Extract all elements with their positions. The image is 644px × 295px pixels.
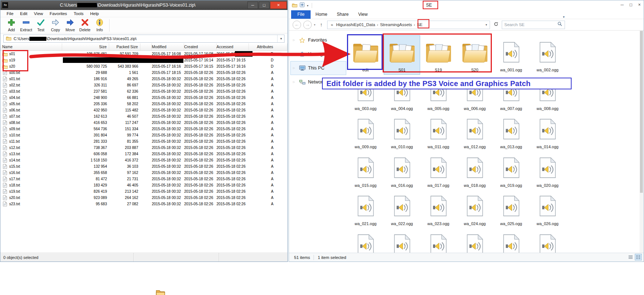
file-tile[interactable]: wa_006.ogg bbox=[457, 74, 493, 113]
forward-button[interactable]: → bbox=[303, 21, 312, 29]
zip-row-file[interactable]: s15.txt132 95436 1032015-05-18 00:322015… bbox=[0, 163, 287, 170]
file-tile[interactable]: wa_017.ogg bbox=[421, 151, 456, 190]
column-header-attributes[interactable]: Attributes bbox=[249, 43, 287, 50]
file-tile[interactable]: wa_016.ogg bbox=[384, 151, 420, 190]
up-button[interactable]: ↑ bbox=[318, 22, 325, 28]
folder-tile-s20[interactable]: S20 bbox=[457, 36, 493, 74]
zip-row-folder[interactable]: s20580 093 725543 383 9662015-05-17 16:1… bbox=[0, 63, 287, 70]
explorer-close-button[interactable]: × bbox=[638, 2, 641, 7]
zip-minimize-button[interactable]: ─ bbox=[247, 1, 258, 9]
file-tile[interactable]: wa_021.ogg bbox=[348, 189, 383, 228]
zip-row-file[interactable]: s03.txt237 58162 3362015-05-18 00:322015… bbox=[0, 88, 287, 95]
file-tile[interactable]: wa_004.ogg bbox=[384, 74, 420, 113]
column-header-modified[interactable]: Modified bbox=[152, 43, 184, 50]
sidebar-item-this-pc[interactable]: ▷This PC bbox=[290, 61, 346, 75]
file-tile[interactable]: wa_019.ogg bbox=[493, 151, 529, 190]
file-tile-partial[interactable] bbox=[493, 228, 529, 253]
quick-access-icon[interactable] bbox=[300, 2, 305, 9]
zip-toolbar-info-button[interactable]: Info bbox=[92, 18, 107, 33]
file-tile-partial[interactable] bbox=[457, 228, 493, 253]
ribbon-collapse-icon[interactable]: ▾ bbox=[563, 15, 565, 19]
zip-row-folder[interactable]: s01105 376 48197 591 7092015-05-17 16:08… bbox=[0, 51, 287, 57]
zip-row-file[interactable]: s07.txt162 61346 5072015-05-18 00:322015… bbox=[0, 113, 287, 120]
column-header-packed-size[interactable]: Packed Size bbox=[109, 43, 140, 50]
sidebar-item-homegroup[interactable]: ▷Homegroup bbox=[290, 47, 346, 61]
file-tile[interactable]: wa_002.ogg bbox=[530, 36, 565, 74]
sidebar-item-favorites[interactable]: ▷Favorites bbox=[290, 33, 346, 47]
search-input[interactable] bbox=[504, 22, 557, 27]
zip-row-file[interactable]: s20.txt923 089264 1622015-05-18 00:32201… bbox=[0, 195, 287, 201]
folder-tile-edit[interactable]: edit bbox=[348, 36, 383, 74]
file-tile-partial[interactable] bbox=[421, 228, 456, 253]
file-tile-partial[interactable] bbox=[348, 228, 383, 253]
file-tile-partial[interactable] bbox=[530, 228, 565, 253]
file-tile[interactable]: wa_008.ogg bbox=[530, 74, 565, 113]
explorer-minimize-button[interactable]: ─ bbox=[620, 2, 624, 7]
zip-row-file[interactable]: s04.txt248 90066 8812015-05-18 00:322015… bbox=[0, 95, 287, 101]
breadcrumb-segment-higurashiep01_data[interactable]: HigurashiEp01_Data bbox=[334, 22, 376, 27]
sidebar-item-network[interactable]: ▷Network bbox=[290, 75, 346, 89]
tab-home[interactable]: Home bbox=[311, 10, 332, 19]
zip-row-file[interactable]: s17.txt81 47221 7312015-05-18 00:322015-… bbox=[0, 176, 287, 182]
zip-row-file[interactable]: s18.txt183 42946 4052015-05-18 00:322015… bbox=[0, 182, 287, 188]
file-tile[interactable]: wa_012.ogg bbox=[457, 113, 493, 151]
zip-menu-file[interactable]: File bbox=[3, 11, 17, 16]
zip-menu-help[interactable]: Help bbox=[87, 11, 102, 16]
tab-share[interactable]: Share bbox=[332, 10, 353, 19]
expand-icon[interactable]: ▷ bbox=[293, 53, 295, 56]
expand-icon[interactable]: ▷ bbox=[293, 81, 295, 83]
zip-row-file[interactable]: s00.txt29 6881 5612015-05-17 18:152015-0… bbox=[0, 70, 287, 76]
search-box[interactable] bbox=[502, 21, 565, 29]
zip-maximize-button[interactable]: □ bbox=[259, 1, 269, 9]
file-tile-partial[interactable] bbox=[384, 228, 420, 253]
zip-row-file[interactable]: s10.txt391 80499 7742015-05-18 00:322015… bbox=[0, 132, 287, 138]
zip-close-button[interactable]: × bbox=[270, 1, 287, 9]
folder-tile-s19[interactable]: S19 bbox=[421, 36, 456, 74]
zip-toolbar-extract-button[interactable]: Extract bbox=[19, 18, 33, 33]
folder-tile-s01[interactable]: S01 bbox=[384, 36, 420, 74]
column-header-accessed[interactable]: Accessed bbox=[217, 43, 249, 50]
zip-row-file[interactable]: s01.txt186 91649 2652015-05-18 00:322015… bbox=[0, 76, 287, 82]
file-tile[interactable]: wa_007.ogg bbox=[493, 74, 529, 113]
file-tile[interactable]: wa_018.ogg bbox=[457, 151, 493, 190]
zip-toolbar-delete-button[interactable]: Delete bbox=[78, 18, 92, 33]
tab-view[interactable]: View bbox=[353, 10, 372, 19]
zip-toolbar-copy-button[interactable]: Copy bbox=[48, 18, 63, 33]
zip-address-bar[interactable]: C:\Users\Downloads\Higurashi\HigurashiPS… bbox=[3, 35, 285, 43]
expand-icon[interactable]: ▷ bbox=[293, 39, 295, 42]
explorer-maximize-button[interactable]: □ bbox=[630, 2, 632, 7]
file-tile[interactable]: wa_001.ogg bbox=[493, 36, 529, 74]
zip-row-file[interactable]: s06.txt432 950115 4822015-05-18 00:32201… bbox=[0, 107, 287, 113]
breadcrumb-dropdown-icon[interactable]: ▾ bbox=[483, 23, 490, 26]
file-tile[interactable]: wa_005.ogg bbox=[421, 74, 456, 113]
file-tile[interactable]: wa_011.ogg bbox=[421, 113, 456, 151]
zip-row-file[interactable]: s12.txt738 367203 8872015-05-18 00:32201… bbox=[0, 145, 287, 151]
zip-row-file[interactable]: s05.txt205 33658 2022015-05-18 00:322015… bbox=[0, 101, 287, 107]
file-tile[interactable]: wa_023.ogg bbox=[421, 189, 456, 228]
expand-icon[interactable]: ▷ bbox=[293, 67, 295, 70]
back-button[interactable]: ← bbox=[293, 21, 301, 29]
column-header-size[interactable]: Size bbox=[62, 43, 109, 50]
zip-menu-favorites[interactable]: Favorites bbox=[46, 11, 70, 16]
qat-dropdown-icon[interactable]: ▾ bbox=[307, 4, 308, 7]
scrollbar[interactable] bbox=[640, 31, 643, 253]
breadcrumb-overflow-icon[interactable]: « bbox=[329, 22, 334, 27]
file-tile[interactable]: wa_022.ogg bbox=[384, 189, 420, 228]
scrollbar-thumb[interactable] bbox=[640, 31, 643, 193]
zip-row-file[interactable]: s13.txt606 058172 3842015-05-18 00:32201… bbox=[0, 151, 287, 157]
zip-row-file[interactable]: s02.txt326 31186 6972015-05-18 00:322015… bbox=[0, 82, 287, 88]
column-header-name[interactable]: Name bbox=[0, 43, 62, 50]
file-tile[interactable]: wa_014.ogg bbox=[530, 113, 565, 151]
zip-menu-tools[interactable]: Tools bbox=[70, 11, 87, 16]
file-tile[interactable]: wa_025.ogg bbox=[493, 189, 529, 228]
zip-row-file[interactable]: s09.txt564 736151 3342015-05-18 00:32201… bbox=[0, 126, 287, 132]
address-dropdown-icon[interactable]: ▾ bbox=[277, 35, 282, 42]
tab-file[interactable]: File bbox=[291, 10, 311, 19]
zip-menu-view[interactable]: View bbox=[31, 11, 46, 16]
details-view-icon[interactable] bbox=[627, 254, 634, 260]
file-tile[interactable]: wa_013.ogg bbox=[493, 113, 529, 151]
file-tile[interactable]: wa_024.ogg bbox=[457, 189, 493, 228]
file-tile[interactable]: wa_020.ogg bbox=[530, 151, 565, 190]
column-header-created[interactable]: Created bbox=[184, 43, 217, 50]
breadcrumb-segment-streamingassets[interactable]: StreamingAssets bbox=[379, 22, 414, 27]
